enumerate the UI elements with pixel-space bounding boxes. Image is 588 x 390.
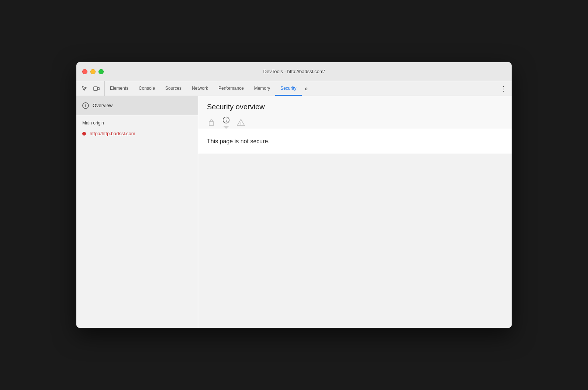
security-message: This page is not secure. [198, 129, 512, 154]
main-content: i Overview Main origin http://http.badss… [76, 96, 512, 328]
security-icons-row: i [198, 111, 512, 129]
info-icon-active: i [222, 116, 231, 129]
minimize-button[interactable] [90, 69, 96, 74]
svg-rect-1 [98, 88, 99, 90]
tabs: Elements Console Sources Network Perform… [105, 81, 311, 96]
origin-status-dot [82, 132, 86, 136]
info-icon: i [222, 116, 231, 124]
tab-bar: Elements Console Sources Network Perform… [76, 81, 512, 96]
tab-performance[interactable]: Performance [213, 81, 249, 96]
origin-link[interactable]: http://http.badssl.com [90, 131, 135, 136]
svg-rect-2 [209, 122, 214, 126]
toolbar-left [79, 81, 105, 96]
svg-point-6 [241, 124, 241, 125]
tab-memory[interactable]: Memory [249, 81, 275, 96]
traffic-lights [76, 69, 104, 74]
tab-bar-right: ⋮ [498, 81, 512, 96]
overview-label: Overview [93, 103, 113, 108]
security-overview-title: Security overview [198, 96, 512, 111]
more-options-button[interactable]: ⋮ [498, 83, 509, 94]
sidebar-overview-item[interactable]: i Overview [76, 96, 198, 115]
caret-down-icon [223, 126, 229, 129]
title-bar: DevTools - http://badssl.com/ [76, 62, 512, 81]
tab-network[interactable]: Network [187, 81, 213, 96]
warning-icon [236, 118, 245, 127]
svg-rect-0 [94, 87, 97, 90]
tab-sources[interactable]: Sources [160, 81, 187, 96]
info-circle-icon: i [82, 102, 89, 109]
svg-text:i: i [225, 118, 227, 123]
tab-console[interactable]: Console [134, 81, 160, 96]
sidebar: i Overview Main origin http://http.badss… [76, 96, 198, 328]
maximize-button[interactable] [98, 69, 104, 74]
window-title: DevTools - http://badssl.com/ [263, 69, 325, 74]
devtools-window: DevTools - http://badssl.com/ Elements C [76, 62, 512, 328]
panel-body [198, 154, 512, 328]
tab-elements[interactable]: Elements [105, 81, 134, 96]
close-button[interactable] [82, 69, 87, 74]
origin-item[interactable]: http://http.badssl.com [76, 129, 198, 138]
device-mode-icon[interactable] [91, 83, 101, 94]
tab-security[interactable]: Security [275, 81, 301, 96]
main-origin-label: Main origin [76, 115, 198, 129]
inspect-icon[interactable] [79, 83, 90, 94]
security-panel: Security overview i [198, 96, 512, 328]
lock-icon [207, 118, 216, 127]
tab-more-button[interactable]: » [302, 81, 311, 96]
